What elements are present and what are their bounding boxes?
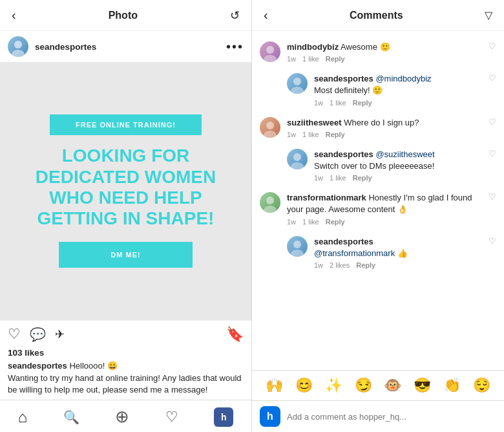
svg-point-6: [266, 122, 274, 129]
comment-like-icon[interactable]: ♡: [488, 192, 496, 202]
comment-username[interactable]: seandesportes: [314, 237, 373, 246]
emoji-1[interactable]: 🙌: [266, 377, 283, 394]
left-header: ‹ Photo ↺: [0, 0, 251, 31]
bottom-nav: ⌂ 🔍 ⊕ ♡ h: [0, 400, 251, 432]
comment-username[interactable]: mindbodybiz: [287, 42, 339, 52]
comment-like-icon[interactable]: ♡: [488, 73, 496, 83]
comment-input[interactable]: [287, 412, 496, 422]
post-caption: seandesportes Helloooo! 😀Wanting to try …: [0, 360, 251, 400]
profile-nav-label: h: [221, 412, 227, 422]
emoji-8[interactable]: 😌: [473, 377, 490, 394]
emoji-bar: 🙌 😊 ✨ 😏 🐵 😎 👏 😌: [252, 370, 504, 400]
likes-count: 103 likes: [0, 348, 251, 360]
comment-item: suziithesweet Where do I sign up? 1w 1 l…: [252, 112, 504, 144]
comment-avatar: [287, 73, 308, 94]
right-panel: ‹ Comments ▽ mindbodybiz Awesome 🙂 1w 1 …: [252, 0, 504, 432]
search-nav-icon[interactable]: 🔍: [63, 409, 79, 425]
comment-button[interactable]: 💬: [30, 327, 46, 342]
right-header: ‹ Comments ▽: [252, 0, 504, 31]
emoji-7[interactable]: 👏: [443, 377, 461, 394]
comment-username[interactable]: suziithesweet: [287, 118, 342, 127]
comment-item: seandesportes@transformationmark 👍 1w 2 …: [252, 231, 504, 274]
comment-text: mindbodybiz Awesome 🙂: [287, 41, 483, 53]
svg-point-7: [264, 131, 277, 138]
comment-time: 1w: [287, 131, 296, 138]
comment-likes: 1 like: [330, 174, 346, 182]
comment-content: transformationmark Honestly I'm so glad …: [287, 192, 483, 225]
bookmark-button[interactable]: 🔖: [226, 326, 244, 343]
post-owner-username[interactable]: seandesportes: [35, 42, 226, 52]
more-options-button[interactable]: •••: [226, 39, 244, 54]
reply-button[interactable]: Reply: [356, 261, 375, 269]
comment-text: seandesportes @mindbodybizMost definitel…: [314, 73, 483, 96]
comment-avatar: [260, 192, 280, 213]
comment-item: transformationmark Honestly I'm so glad …: [252, 187, 504, 230]
left-header-title: Photo: [109, 10, 138, 21]
comment-likes: 1 like: [302, 131, 319, 138]
comment-content: seandesportes@transformationmark 👍 1w 2 …: [314, 236, 483, 269]
comment-meta: 1w 1 like Reply: [314, 174, 483, 182]
comment-likes: 2 likes: [330, 261, 350, 269]
comment-username[interactable]: seandesportes: [314, 74, 373, 83]
comment-username[interactable]: transformationmark: [287, 193, 366, 202]
add-nav-icon[interactable]: ⊕: [115, 407, 129, 427]
comment-avatar: [260, 41, 280, 62]
comment-like-icon[interactable]: ♡: [488, 117, 496, 127]
hopper-label: h: [267, 411, 273, 422]
caption-username[interactable]: seandesportes: [8, 361, 67, 371]
filter-button[interactable]: ▽: [482, 8, 495, 23]
comment-time: 1w: [314, 261, 323, 269]
emoji-4[interactable]: 😏: [355, 377, 372, 394]
comment-item: seandesportes @mindbodybizMost definitel…: [252, 68, 504, 111]
emoji-5[interactable]: 🐵: [384, 377, 401, 394]
svg-point-0: [14, 41, 22, 49]
comment-item: seandesportes @suziithesweetSwitch over …: [252, 144, 504, 187]
reply-button[interactable]: Reply: [326, 218, 345, 226]
comment-text: transformationmark Honestly I'm so glad …: [287, 192, 483, 215]
comment-text: seandesportes @suziithesweetSwitch over …: [314, 149, 483, 172]
comment-text: seandesportes@transformationmark 👍: [314, 236, 483, 259]
comment-like-icon[interactable]: ♡: [488, 149, 496, 158]
profile-nav-icon[interactable]: h: [214, 407, 233, 427]
svg-point-5: [291, 87, 304, 94]
comment-text: suziithesweet Where do I sign up?: [287, 117, 483, 129]
right-header-title: Comments: [350, 10, 403, 21]
back-button-left[interactable]: ‹: [9, 6, 19, 24]
comment-time: 1w: [287, 55, 296, 63]
comment-likes: 1 like: [302, 55, 319, 63]
comment-likes: 1 like: [302, 218, 319, 226]
comment-input-row: h: [252, 400, 504, 432]
post-image-area: FREE ONLINE TRAINING! LOOKING FOR DEDICA…: [0, 62, 251, 320]
reply-button[interactable]: Reply: [326, 55, 345, 63]
comment-time: 1w: [314, 174, 323, 182]
free-training-label: FREE ONLINE TRAINING!: [50, 114, 202, 135]
reply-button[interactable]: Reply: [353, 174, 372, 182]
reply-button[interactable]: Reply: [326, 131, 345, 138]
comment-item: mindbodybiz Awesome 🙂 1w 1 like Reply ♡: [252, 36, 504, 68]
hopper-icon: h: [260, 406, 280, 427]
refresh-button[interactable]: ↺: [227, 7, 242, 24]
emoji-6[interactable]: 😎: [414, 377, 431, 394]
svg-point-10: [266, 197, 274, 204]
comment-like-icon[interactable]: ♡: [488, 236, 496, 246]
comments-list: mindbodybiz Awesome 🙂 1w 1 like Reply ♡: [252, 31, 504, 370]
comment-content: suziithesweet Where do I sign up? 1w 1 l…: [287, 117, 483, 138]
comment-like-icon[interactable]: ♡: [488, 41, 496, 51]
comment-username[interactable]: seandesportes: [314, 149, 373, 159]
share-button[interactable]: ✈: [55, 327, 65, 341]
emoji-3[interactable]: ✨: [325, 377, 342, 394]
svg-point-4: [293, 78, 301, 85]
comment-content: seandesportes @mindbodybizMost definitel…: [314, 73, 483, 106]
back-button-right[interactable]: ‹: [261, 6, 271, 24]
heart-nav-icon[interactable]: ♡: [165, 409, 178, 426]
reply-button[interactable]: Reply: [353, 99, 372, 107]
emoji-2[interactable]: 😊: [295, 377, 313, 394]
post-background: FREE ONLINE TRAINING! LOOKING FOR DEDICA…: [0, 62, 251, 320]
comment-likes: 1 like: [330, 99, 346, 107]
comment-meta: 1w 1 like Reply: [314, 99, 483, 107]
comment-content: seandesportes @suziithesweetSwitch over …: [314, 149, 483, 182]
comment-avatar: [287, 149, 308, 169]
svg-point-13: [291, 250, 304, 257]
home-nav-icon[interactable]: ⌂: [18, 408, 28, 426]
like-button[interactable]: ♡: [8, 326, 21, 343]
